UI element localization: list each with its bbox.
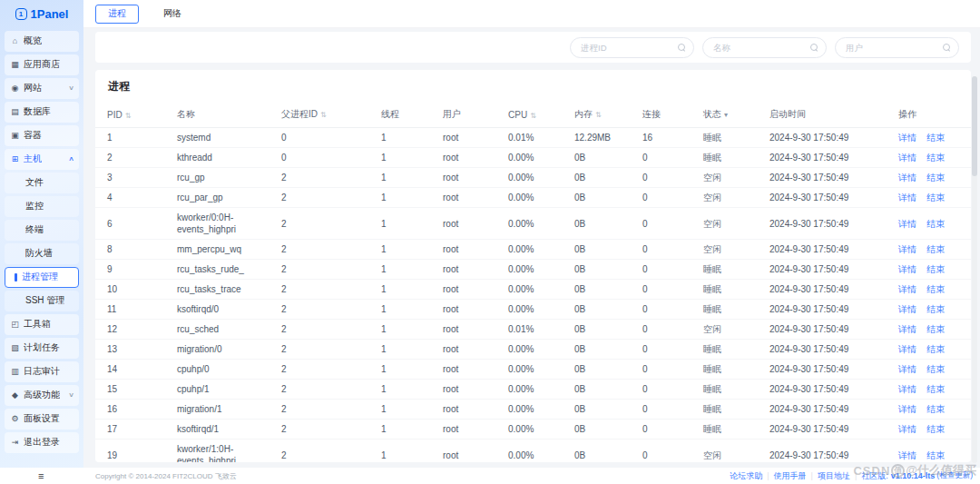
vertical-scrollbar[interactable]: [972, 76, 977, 463]
kill-link[interactable]: 结束: [926, 284, 945, 294]
sidebar-item-logout[interactable]: ⇥退出登录: [5, 432, 79, 453]
scrollbar-thumb[interactable]: [972, 76, 977, 176]
cell-cpu: 0.00%: [496, 188, 563, 208]
sidebar-item-settings[interactable]: ⚙面板设置: [5, 409, 79, 430]
detail-link[interactable]: 详情: [898, 153, 916, 163]
kill-link[interactable]: 结束: [926, 244, 945, 254]
cell-actions: 详情结束: [887, 400, 971, 420]
kill-link[interactable]: 结束: [926, 450, 945, 460]
user-search-input[interactable]: [846, 43, 943, 53]
kill-link[interactable]: 结束: [926, 193, 945, 202]
cell-status: 空闲: [691, 440, 758, 463]
cell-cpu: 0.00%: [496, 240, 563, 260]
column-header-cpu[interactable]: CPU⇅: [496, 103, 563, 128]
column-header-name: 名称: [165, 103, 270, 128]
detail-link[interactable]: 详情: [898, 173, 916, 183]
kill-link[interactable]: 结束: [926, 219, 945, 229]
kill-link[interactable]: 结束: [926, 384, 945, 394]
sidebar-item-cronjob[interactable]: ▧计划任务: [5, 338, 79, 359]
cell-ppid: 0: [270, 148, 369, 168]
detail-link[interactable]: 详情: [898, 264, 916, 274]
kill-link[interactable]: 结束: [926, 153, 945, 163]
cell-name: rcu_sched: [165, 320, 270, 340]
sidebar-item-container[interactable]: ▣容器: [5, 125, 79, 146]
cell-pid: 13: [95, 340, 165, 360]
cell-start: 2024-9-30 17:50:49: [758, 360, 887, 380]
detail-link[interactable]: 详情: [898, 284, 916, 294]
detail-link[interactable]: 详情: [898, 384, 916, 394]
process-row: 16migration/121root0.00%0B0睡眠2024-9-30 1…: [95, 400, 971, 420]
column-label: 用户: [443, 109, 461, 119]
kill-link[interactable]: 结束: [926, 404, 945, 414]
sidebar-item-firewall[interactable]: 防火墙: [5, 243, 79, 264]
sidebar-item-host[interactable]: ⊞主机∧: [5, 149, 79, 170]
tab-network[interactable]: 网络: [151, 5, 194, 24]
detail-link[interactable]: 详情: [898, 450, 916, 460]
pid-search-input[interactable]: [581, 43, 678, 53]
detail-link[interactable]: 详情: [898, 133, 916, 143]
cell-threads: 1: [369, 360, 431, 380]
cell-ppid: 2: [270, 340, 369, 360]
search-icon[interactable]: [943, 44, 951, 52]
sidebar-item-ssh[interactable]: SSH 管理: [5, 291, 79, 311]
name-search-input[interactable]: [713, 43, 810, 53]
sidebar-item-toolbox[interactable]: ◰工具箱: [5, 314, 79, 335]
footer-link[interactable]: 使用手册: [774, 470, 807, 482]
sidebar-item-appstore[interactable]: ▦应用商店: [5, 54, 79, 75]
divider: |: [811, 471, 813, 480]
kill-link[interactable]: 结束: [926, 264, 945, 274]
detail-link[interactable]: 详情: [898, 364, 916, 374]
cell-ppid: 2: [270, 208, 369, 240]
sidebar-item-logs[interactable]: ▥日志审计: [5, 361, 79, 382]
process-table: PID⇅名称父进程ID⇅线程用户CPU⇅内存⇅连接状态▾启动时间操作 1syst…: [95, 103, 971, 462]
sidebar-item-process[interactable]: 进程管理: [5, 267, 79, 288]
column-label: 连接: [642, 109, 661, 119]
cell-conn: 0: [631, 280, 691, 300]
detail-link[interactable]: 详情: [898, 404, 916, 414]
sidebar-item-monitor[interactable]: 监控: [5, 196, 79, 217]
main-area: 进程网络 进程: [83, 0, 980, 468]
detail-link[interactable]: 详情: [898, 193, 916, 202]
detail-link[interactable]: 详情: [898, 424, 916, 434]
footer-link[interactable]: 项目地址: [818, 470, 850, 482]
search-icon[interactable]: [678, 44, 686, 52]
kill-link[interactable]: 结束: [926, 344, 945, 354]
cell-conn: 0: [631, 188, 691, 208]
tab-process[interactable]: 进程: [95, 5, 139, 24]
cell-user: root: [431, 340, 496, 360]
detail-link[interactable]: 详情: [898, 244, 916, 254]
column-header-status[interactable]: 状态▾: [691, 103, 758, 128]
detail-link[interactable]: 详情: [898, 344, 916, 354]
cell-start: 2024-9-30 17:50:49: [758, 148, 887, 168]
detail-link[interactable]: 详情: [898, 324, 916, 334]
search-icon[interactable]: [810, 44, 818, 52]
footer-link[interactable]: 论坛求助: [730, 470, 762, 482]
kill-link[interactable]: 结束: [926, 424, 945, 434]
sidebar-item-overview[interactable]: ⌂概览: [5, 31, 79, 52]
sidebar-item-advanced[interactable]: ◆高级功能∨: [5, 385, 79, 406]
kill-link[interactable]: 结束: [926, 133, 945, 143]
column-header-mem[interactable]: 内存⇅: [563, 103, 631, 128]
filter-icon: ▾: [724, 111, 728, 119]
sidebar-item-database[interactable]: ▤数据库: [5, 102, 79, 123]
sort-icon: ⇅: [125, 112, 132, 120]
column-label: 名称: [177, 109, 195, 119]
cell-threads: 1: [369, 168, 431, 188]
check-update-link[interactable]: (检查更新): [936, 470, 973, 481]
sidebar-item-terminal[interactable]: 终端: [5, 220, 79, 241]
search-box-name: [702, 37, 827, 58]
sidebar-item-website[interactable]: ◉网站∨: [5, 78, 79, 99]
kill-link[interactable]: 结束: [926, 304, 945, 314]
kill-link[interactable]: 结束: [926, 364, 945, 374]
sidebar-item-files[interactable]: 文件: [5, 173, 79, 193]
detail-link[interactable]: 详情: [898, 304, 916, 314]
kill-link[interactable]: 结束: [926, 324, 945, 334]
kill-link[interactable]: 结束: [926, 173, 945, 183]
sidebar-collapse-button[interactable]: ≡: [0, 471, 83, 480]
sidebar-item-label: 防火墙: [25, 247, 53, 260]
column-header-ppid[interactable]: 父进程ID⇅: [270, 103, 369, 128]
process-row: 8mm_percpu_wq21root0.00%0B0空闲2024-9-30 1…: [95, 240, 971, 260]
column-header-pid[interactable]: PID⇅: [95, 103, 165, 128]
detail-link[interactable]: 详情: [898, 219, 916, 229]
cell-actions: 详情结束: [887, 440, 971, 463]
